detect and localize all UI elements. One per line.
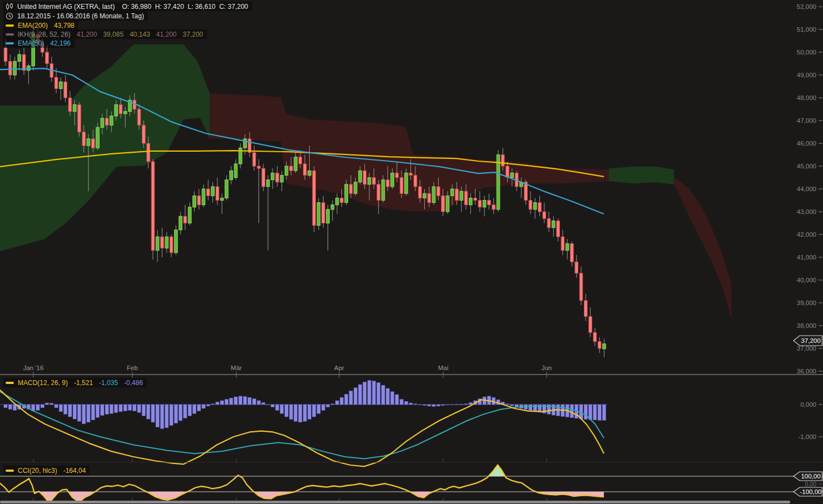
macd-histogram-bar[interactable] — [340, 397, 343, 405]
macd-histogram-bar[interactable] — [326, 405, 330, 407]
candle-body[interactable] — [170, 237, 173, 253]
candle-body[interactable] — [414, 175, 417, 187]
candle-body[interactable] — [87, 139, 90, 146]
candle-body[interactable] — [359, 171, 362, 182]
candle-body[interactable] — [257, 166, 261, 168]
macd-histogram-bar[interactable] — [206, 405, 210, 406]
macd-histogram-bar[interactable] — [299, 405, 302, 422]
macd-histogram-bar[interactable] — [442, 405, 445, 406]
macd-histogram-bar[interactable] — [450, 405, 454, 405]
candle-body[interactable] — [381, 180, 385, 201]
macd-histogram-bar[interactable] — [68, 405, 72, 417]
candle-body[interactable] — [538, 203, 542, 212]
candle-body[interactable] — [161, 237, 164, 248]
macd-histogram-bar[interactable] — [570, 405, 573, 418]
candle-body[interactable] — [391, 173, 394, 187]
macd-histogram-bar[interactable] — [128, 405, 132, 410]
candle-body[interactable] — [156, 237, 159, 251]
candle-body[interactable] — [294, 157, 298, 171]
macd-histogram-bar[interactable] — [533, 405, 537, 411]
macd-histogram-bar[interactable] — [317, 405, 320, 413]
candle-body[interactable] — [105, 118, 108, 125]
candle-body[interactable] — [450, 189, 454, 196]
candle-body[interactable] — [557, 221, 560, 237]
macd-histogram-bar[interactable] — [345, 394, 348, 405]
macd-histogram-bar[interactable] — [428, 405, 431, 406]
candle-body[interactable] — [603, 344, 606, 349]
candle-body[interactable] — [179, 216, 182, 230]
candle-body[interactable] — [290, 166, 293, 171]
macd-histogram-bar[interactable] — [381, 385, 385, 405]
macd-histogram-bar[interactable] — [119, 405, 122, 412]
macd-histogram-bar[interactable] — [363, 382, 366, 405]
candle-body[interactable] — [285, 166, 288, 175]
candle-body[interactable] — [13, 61, 17, 75]
macd-histogram-bar[interactable] — [335, 401, 339, 405]
candle-body[interactable] — [322, 203, 325, 223]
macd-histogram-bar[interactable] — [400, 400, 403, 405]
macd-histogram-bar[interactable] — [36, 405, 39, 410]
macd-histogram-bar[interactable] — [294, 405, 298, 421]
macd-histogram-bar[interactable] — [275, 405, 279, 410]
candle-body[interactable] — [18, 54, 21, 61]
candle-body[interactable] — [589, 317, 592, 333]
candle-body[interactable] — [110, 116, 113, 125]
macd-histogram-bar[interactable] — [460, 404, 463, 405]
candle-body[interactable] — [543, 212, 546, 218]
candle-body[interactable] — [469, 198, 473, 204]
candle-body[interactable] — [280, 175, 284, 182]
macd-histogram-bar[interactable] — [313, 405, 316, 417]
macd-histogram-bar[interactable] — [147, 405, 150, 419]
candle-body[interactable] — [533, 203, 537, 209]
macd-histogram-bar[interactable] — [598, 405, 601, 420]
candle-body[interactable] — [54, 77, 58, 89]
legend-cci[interactable]: CCI(20, hlc3) -164,04 — [3, 466, 90, 475]
candle-body[interactable] — [151, 162, 155, 251]
candle-body[interactable] — [234, 164, 237, 178]
macd-histogram-bar[interactable] — [331, 404, 334, 405]
macd-histogram-bar[interactable] — [432, 405, 435, 407]
candle-body[interactable] — [101, 118, 104, 127]
macd-histogram-bar[interactable] — [87, 405, 90, 422]
macd-histogram-bar[interactable] — [73, 405, 76, 419]
macd-histogram-bar[interactable] — [123, 405, 127, 411]
macd-histogram-bar[interactable] — [252, 399, 256, 405]
macd-histogram-bar[interactable] — [372, 381, 375, 405]
candle-body[interactable] — [308, 171, 311, 175]
candle-body[interactable] — [432, 187, 435, 203]
macd-histogram-bar[interactable] — [8, 405, 12, 410]
macd-histogram-bar[interactable] — [160, 405, 163, 429]
candle-body[interactable] — [175, 230, 178, 253]
macd-histogram-bar[interactable] — [174, 405, 177, 423]
candle-body[interactable] — [46, 52, 49, 64]
candle-body[interactable] — [271, 173, 274, 179]
candle-body[interactable] — [529, 201, 532, 209]
macd-histogram-bar[interactable] — [137, 405, 141, 413]
legend-ikh[interactable]: IKH(9, 26, 52, 26) 41,200 39,085 40,143 … — [3, 29, 207, 39]
candle-body[interactable] — [266, 180, 270, 187]
candle-body[interactable] — [92, 139, 95, 148]
macd-histogram-bar[interactable] — [216, 402, 219, 405]
candle-body[interactable] — [197, 196, 201, 204]
macd-histogram-bar[interactable] — [211, 404, 215, 405]
candle-body[interactable] — [299, 157, 302, 164]
legend-ema50[interactable]: EMA(50) 42,196 — [3, 38, 75, 48]
candle-body[interactable] — [142, 125, 146, 143]
macd-histogram-bar[interactable] — [285, 405, 288, 417]
macd-histogram-bar[interactable] — [110, 405, 113, 413]
candle-body[interactable] — [4, 48, 7, 62]
macd-histogram-bar[interactable] — [202, 405, 205, 408]
candle-body[interactable] — [230, 171, 233, 179]
candle-body[interactable] — [211, 187, 215, 196]
macd-histogram-bar[interactable] — [133, 405, 136, 411]
candle-body[interactable] — [313, 171, 316, 225]
macd-histogram-bar[interactable] — [77, 405, 81, 421]
macd-histogram-bar[interactable] — [142, 405, 145, 416]
macd-histogram-bar[interactable] — [354, 388, 357, 405]
candle-body[interactable] — [165, 237, 168, 248]
macd-histogram-bar[interactable] — [179, 405, 182, 421]
candle-body[interactable] — [349, 184, 353, 193]
candle-body[interactable] — [423, 193, 427, 198]
candle-body[interactable] — [68, 98, 72, 112]
candle-body[interactable] — [593, 332, 597, 341]
